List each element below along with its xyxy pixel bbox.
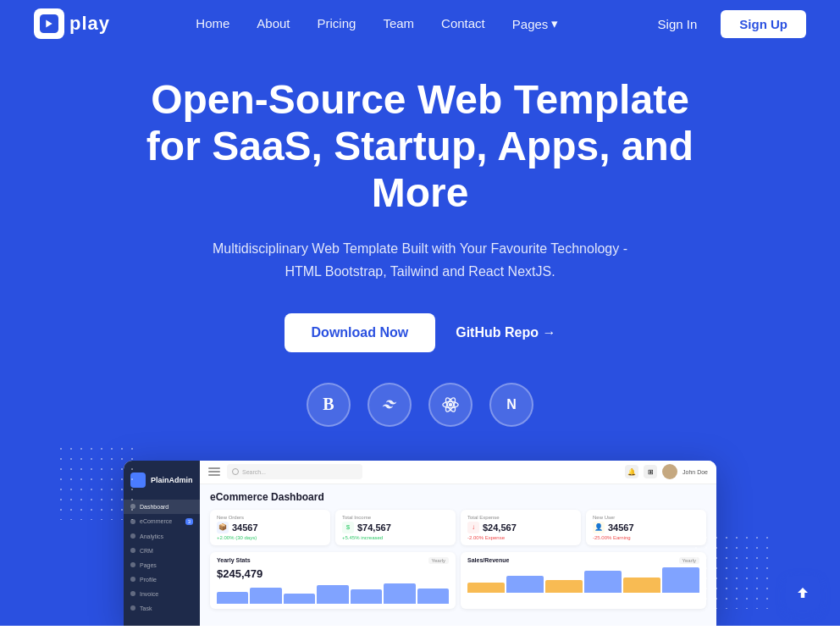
scroll-top-button[interactable] bbox=[786, 576, 820, 610]
db-chart-yearly: Yearly Stats Yearly $245,479 bbox=[210, 552, 456, 609]
db-stats-row: New Orders 📦 34567 +2.00% (30 days) Tota… bbox=[210, 510, 706, 545]
db-chart-big-number: $245,479 bbox=[217, 567, 449, 580]
nav-pages[interactable]: Pages ▾ bbox=[512, 16, 559, 31]
db-chart-header: Yearly Stats Yearly bbox=[217, 557, 449, 564]
db-stat-users: New User 👤 34567 -25.00% Earning bbox=[586, 510, 706, 545]
db-bar bbox=[284, 594, 315, 604]
db-stat-icon-row: 👤 34567 bbox=[593, 522, 699, 533]
db-bar bbox=[662, 567, 699, 593]
db-chart-filter: Yearly bbox=[428, 557, 449, 564]
db-bar bbox=[351, 589, 382, 604]
db-user-avatar bbox=[662, 464, 677, 479]
react-icon bbox=[428, 383, 472, 427]
db-sidebar-brand: PlainAdmin bbox=[151, 476, 193, 484]
db-sidebar-task: Task bbox=[124, 601, 200, 616]
features-section: Features Main Features Of Play There are… bbox=[0, 626, 840, 630]
db-charts-row: Yearly Stats Yearly $245,479 bbox=[210, 552, 706, 609]
orders-icon: 📦 bbox=[217, 522, 229, 533]
nav-logo[interactable]: play bbox=[34, 8, 110, 39]
sign-up-button[interactable]: Sign Up bbox=[721, 10, 806, 38]
db-sidebar-dot bbox=[130, 533, 135, 539]
db-stat-value: 34567 bbox=[608, 522, 634, 533]
db-chart-bar bbox=[217, 583, 449, 604]
db-sidebar-profile: Profile bbox=[124, 572, 200, 587]
db-stat-change: -25.00% Earning bbox=[593, 535, 699, 540]
github-repo-link[interactable]: GitHub Repo → bbox=[456, 325, 555, 340]
db-stat-value: 34567 bbox=[232, 522, 258, 533]
db-bar bbox=[317, 585, 348, 604]
nav-home[interactable]: Home bbox=[196, 16, 229, 30]
db-stat-icon-row: ↓ $24,567 bbox=[467, 522, 574, 533]
db-bar bbox=[217, 592, 248, 604]
db-stat-icon-row: $ $74,567 bbox=[342, 522, 449, 533]
users-icon: 👤 bbox=[593, 522, 605, 533]
db-stat-expense: Total Expense ↓ $24,567 -2.00% Expense bbox=[461, 510, 581, 545]
expense-icon: ↓ bbox=[467, 522, 479, 533]
db-sidebar-dot bbox=[130, 591, 135, 596]
db-stat-value: $74,567 bbox=[357, 522, 391, 533]
svg-point-1 bbox=[449, 403, 453, 407]
db-chart-sales: Sales/Revenue Yearly bbox=[461, 552, 706, 609]
nav-team[interactable]: Team bbox=[383, 16, 414, 30]
db-bar bbox=[584, 571, 622, 593]
db-chart-title: Yearly Stats bbox=[217, 557, 251, 563]
db-sidebar-dot bbox=[130, 548, 135, 553]
db-stat-change: +2.00% (30 days) bbox=[217, 535, 323, 540]
db-stat-icon-row: 📦 34567 bbox=[217, 522, 323, 533]
db-grid-icon: ⊞ bbox=[644, 465, 657, 478]
income-icon: $ bbox=[342, 522, 354, 533]
db-sidebar-invoice: Invoice bbox=[124, 587, 200, 601]
chevron-down-icon: ▾ bbox=[551, 16, 558, 31]
bootstrap-icon: B bbox=[307, 383, 351, 427]
db-sidebar-analytics: Analytics bbox=[124, 529, 200, 544]
db-stat-label: New Orders bbox=[217, 515, 323, 520]
db-topbar: Search... 🔔 ⊞ John Doe bbox=[200, 461, 716, 484]
db-search-placeholder: Search... bbox=[242, 469, 266, 475]
db-stat-orders: New Orders 📦 34567 +2.00% (30 days) bbox=[210, 510, 330, 545]
hero-actions: Download Now GitHub Repo → bbox=[285, 313, 556, 352]
db-page-title: eCommerce Dashboard bbox=[210, 491, 706, 503]
download-button[interactable]: Download Now bbox=[285, 313, 436, 352]
sign-in-button[interactable]: Sign In bbox=[644, 12, 711, 36]
db-topbar-right: 🔔 ⊞ John Doe bbox=[625, 464, 708, 479]
db-bar bbox=[506, 576, 544, 593]
nav-contact[interactable]: Contact bbox=[441, 16, 485, 30]
dashboard-screenshot: PlainAdmin Dashboard eCommerce 3 Analyti… bbox=[124, 461, 716, 626]
db-content: eCommerce Dashboard New Orders 📦 34567 bbox=[200, 484, 716, 626]
nav-actions: Sign In Sign Up bbox=[644, 10, 806, 38]
db-bar bbox=[417, 589, 449, 604]
db-stat-income: Total Income $ $74,567 +5.45% increased bbox=[335, 510, 456, 545]
db-search-icon bbox=[232, 468, 239, 475]
db-sidebar-dot bbox=[130, 562, 135, 567]
db-chart-title: Sales/Revenue bbox=[467, 557, 509, 563]
navbar: play Home About Pricing Team Contact Pag… bbox=[0, 0, 840, 47]
db-stat-value: $24,567 bbox=[483, 522, 517, 533]
nav-about[interactable]: About bbox=[257, 16, 290, 30]
db-stat-change: -2.00% Expense bbox=[467, 535, 574, 540]
db-stat-label: Total Income bbox=[342, 515, 449, 520]
db-sidebar-crm: CRM bbox=[124, 544, 200, 558]
db-bar bbox=[384, 583, 415, 604]
tech-icons-row: B N bbox=[307, 383, 533, 427]
db-chart-header: Sales/Revenue Yearly bbox=[467, 557, 699, 564]
db-stat-label: Total Expense bbox=[467, 515, 574, 520]
db-stat-change: +5.45% increased bbox=[342, 535, 449, 540]
nav-pricing[interactable]: Pricing bbox=[318, 16, 356, 30]
db-stat-label: New User bbox=[593, 515, 699, 520]
logo-icon bbox=[34, 8, 64, 39]
hero-title: Open-Source Web Template for SaaS, Start… bbox=[124, 76, 716, 217]
db-bar bbox=[467, 583, 505, 593]
nextjs-icon: N bbox=[489, 383, 533, 427]
db-sidebar-dot bbox=[130, 577, 135, 582]
db-sidebar-pages: Pages bbox=[124, 558, 200, 572]
db-bar bbox=[250, 588, 281, 604]
logo-text: play bbox=[69, 13, 110, 35]
hero-section: Open-Source Web Template for SaaS, Start… bbox=[0, 0, 840, 626]
dots-decoration-br bbox=[691, 533, 776, 609]
db-search-bar: Search... bbox=[227, 464, 362, 479]
db-bar bbox=[623, 578, 660, 593]
tailwind-icon bbox=[368, 383, 412, 427]
db-chart-bar bbox=[467, 567, 699, 593]
db-sidebar-dot bbox=[130, 605, 135, 611]
db-sidebar-badge: 3 bbox=[185, 518, 193, 525]
